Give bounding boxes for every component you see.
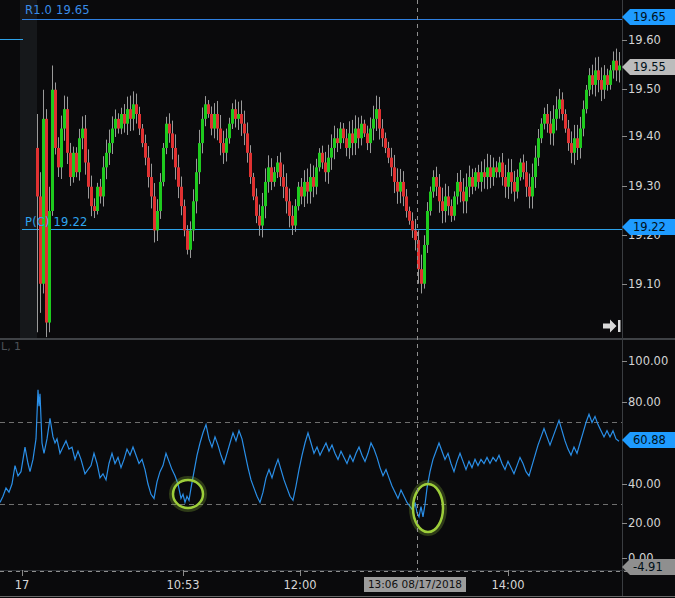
axis-tick-label: 80.00 xyxy=(628,395,661,409)
arrow-to-end-icon xyxy=(601,318,623,334)
axis-value-badge: 19.55 xyxy=(622,59,675,75)
price-axis[interactable]: 19.6019.5019.4019.3019.2019.10100.0080.0… xyxy=(622,0,675,598)
axis-value-badge: 60.88 xyxy=(622,432,675,448)
time-cursor-badge: 13:06 08/17/2018 xyxy=(364,577,466,592)
chart-canvas[interactable] xyxy=(0,0,675,598)
time-tick-label: 14:00 xyxy=(491,578,524,592)
axis-value-badge: 19.65 xyxy=(622,9,675,25)
pivot-r1-line-label: R1.0 19.65 xyxy=(25,3,90,17)
axis-tick-label: 19.40 xyxy=(628,129,661,143)
time-axis[interactable]: 1710:5312:0014:0013:06 08/17/2018 xyxy=(0,570,675,598)
pivot-p-line-label: P(C) 19.22 xyxy=(25,215,88,229)
indicator-title: L, 1 xyxy=(1,340,21,353)
time-tick-label: 17 xyxy=(15,578,30,592)
session-band xyxy=(20,0,37,338)
axis-tick-label: 20.00 xyxy=(628,516,661,530)
axis-tick-label: 19.10 xyxy=(628,277,661,291)
axis-value-badge: 19.22 xyxy=(622,219,675,235)
time-tick-label: 10:53 xyxy=(166,578,199,592)
axis-tick-label: 100.00 xyxy=(628,354,668,368)
axis-tick-label: 19.30 xyxy=(628,179,661,193)
trading-chart-window: R1.0 19.65 P(C) 19.22 L, 1 19.6019.5019.… xyxy=(0,0,675,598)
chart-background xyxy=(0,0,675,598)
axis-tick-label: 40.00 xyxy=(628,477,661,491)
axis-tick-label: 19.50 xyxy=(628,82,661,96)
time-tick-label: 12:00 xyxy=(283,578,316,592)
axis-tick-label: 19.60 xyxy=(628,33,661,47)
go-to-latest-bar-button[interactable] xyxy=(601,318,623,334)
